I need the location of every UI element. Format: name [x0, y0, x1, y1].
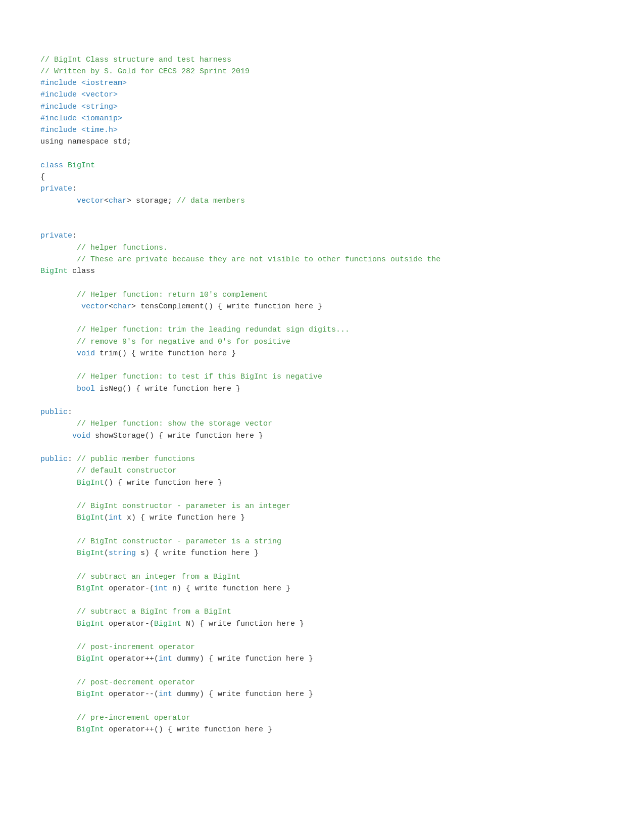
code-line: // BigInt Class structure and test harne… [40, 54, 604, 66]
code-line [40, 312, 604, 324]
code-line [40, 207, 604, 218]
code-line [40, 442, 604, 453]
code-line: // default constructor [40, 465, 604, 477]
code-line [40, 524, 604, 536]
code-line [40, 559, 604, 571]
code-line: private: [40, 183, 604, 195]
code-line [40, 218, 604, 230]
code-line [40, 594, 604, 606]
code-line: // Helper function: trim the leading red… [40, 324, 604, 336]
code-line: // BigInt constructor - parameter is a s… [40, 536, 604, 547]
code-line [40, 700, 604, 712]
code-line: class BigInt [40, 160, 604, 171]
code-line: // remove 9's for negative and 0's for p… [40, 336, 604, 348]
code-line: // helper functions. [40, 242, 604, 254]
code-line: public: // public member functions [40, 453, 604, 465]
code-line: public: [40, 406, 604, 418]
code-line: void showStorage() { write function here… [40, 430, 604, 442]
code-line: // subtract an integer from a BigInt [40, 571, 604, 583]
code-line: // Helper function: show the storage vec… [40, 418, 604, 430]
code-line: BigInt operator++(int dummy) { write fun… [40, 653, 604, 665]
code-line: // Helper function: return 10's compleme… [40, 289, 604, 301]
code-line: BigInt() { write function here } [40, 477, 604, 489]
code-line: // pre-increment operator [40, 712, 604, 724]
code-line: bool isNeg() { write function here } [40, 383, 604, 395]
code-line: vector<char> tensComplement() { write fu… [40, 301, 604, 312]
code-line: using namespace std; [40, 136, 604, 148]
code-line: #include <time.h> [40, 124, 604, 136]
code-line: void trim() { write function here } [40, 348, 604, 359]
code-line: // These are private because they are no… [40, 254, 604, 265]
code-line [40, 30, 604, 42]
code-line [40, 630, 604, 641]
code-line: // subtract a BigInt from a BigInt [40, 606, 604, 618]
code-line: BigInt(int x) { write function here } [40, 512, 604, 524]
code-line: private: [40, 230, 604, 242]
code-line: #include <string> [40, 101, 604, 113]
code-line: BigInt operator-(int n) { write function… [40, 583, 604, 594]
code-line [40, 148, 604, 160]
code-line: // Helper function: to test if this BigI… [40, 371, 604, 383]
code-line: #include <iostream> [40, 77, 604, 89]
code-line [40, 665, 604, 677]
code-line: BigInt operator--(int dummy) { write fun… [40, 688, 604, 700]
code-line [40, 277, 604, 289]
code-line: BigInt class [40, 265, 604, 277]
code-line: BigInt(string s) { write function here } [40, 547, 604, 559]
code-line: { [40, 171, 604, 183]
code-line: // BigInt constructor - parameter is an … [40, 500, 604, 512]
code-line: vector<char> storage; // data members [40, 195, 604, 207]
code-container: // BigInt Class structure and test harne… [40, 30, 604, 735]
code-line: // Written by S. Gold for CECS 282 Sprin… [40, 66, 604, 77]
code-line [40, 359, 604, 371]
code-line [40, 489, 604, 500]
code-line: BigInt operator++() { write function her… [40, 724, 604, 735]
code-line [40, 395, 604, 406]
code-line: // post-decrement operator [40, 677, 604, 688]
code-line: BigInt operator-(BigInt N) { write funct… [40, 618, 604, 630]
code-line: #include <vector> [40, 89, 604, 101]
code-line: // post-increment operator [40, 641, 604, 653]
code-line [40, 42, 604, 54]
code-line: #include <iomanip> [40, 113, 604, 124]
